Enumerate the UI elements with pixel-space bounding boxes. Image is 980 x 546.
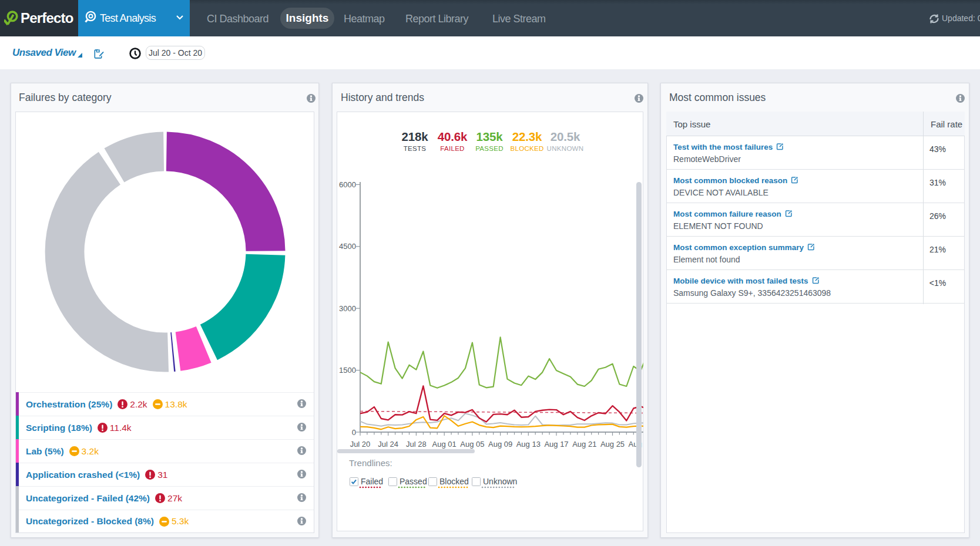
svg-text:4500: 4500 (339, 242, 356, 251)
svg-text:1500: 1500 (339, 366, 356, 375)
svg-text:Aug 05: Aug 05 (460, 440, 484, 449)
svg-text:Jul 20: Jul 20 (350, 440, 371, 449)
svg-text:Aug 17: Aug 17 (544, 440, 568, 449)
svg-text:Aug 13: Aug 13 (516, 440, 541, 449)
svg-text:Aug 21: Aug 21 (572, 440, 596, 449)
svg-text:3000: 3000 (339, 304, 356, 313)
svg-text:Aug 25: Aug 25 (600, 440, 625, 449)
svg-text:Jul 28: Jul 28 (406, 440, 427, 449)
svg-text:Jul 24: Jul 24 (378, 440, 398, 449)
svg-text:0: 0 (352, 428, 356, 437)
svg-text:Aug 09: Aug 09 (488, 440, 512, 449)
svg-text:Aug 01: Aug 01 (432, 440, 457, 449)
svg-text:6000: 6000 (339, 180, 356, 189)
